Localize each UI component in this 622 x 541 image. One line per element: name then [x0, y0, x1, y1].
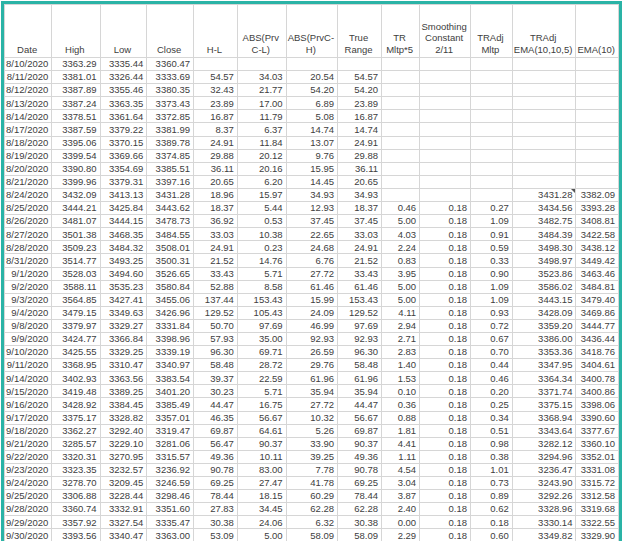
- cell[interactable]: 36.92: [193, 215, 237, 228]
- cell[interactable]: 3419.48: [52, 385, 100, 398]
- cell[interactable]: 3323.35: [52, 463, 100, 476]
- cell[interactable]: 69.87: [338, 424, 382, 437]
- cell[interactable]: 3372.85: [147, 110, 194, 123]
- cell[interactable]: [576, 175, 619, 188]
- cell[interactable]: [420, 71, 471, 84]
- cell[interactable]: 16.75: [237, 398, 286, 411]
- cell[interactable]: 61.46: [338, 280, 382, 293]
- cell[interactable]: 0.73: [471, 477, 513, 490]
- cell[interactable]: 15.97: [237, 188, 286, 201]
- cell[interactable]: 3312.58: [576, 490, 619, 503]
- cell[interactable]: 3390.80: [52, 162, 100, 175]
- cell[interactable]: 24.91: [338, 241, 382, 254]
- cell[interactable]: [512, 84, 576, 97]
- cell[interactable]: 24.91: [193, 241, 237, 254]
- cell[interactable]: 0.10: [382, 385, 420, 398]
- cell[interactable]: 11.84: [237, 136, 286, 149]
- cell[interactable]: 3339.19: [147, 346, 194, 359]
- cell[interactable]: 3426.96: [147, 306, 194, 319]
- cell[interactable]: [576, 110, 619, 123]
- cell[interactable]: 50.70: [193, 319, 237, 332]
- cell[interactable]: 18.37: [338, 202, 382, 215]
- cell[interactable]: 20.54: [286, 71, 337, 84]
- cell[interactable]: 3368.95: [52, 359, 100, 372]
- cell[interactable]: 0.18: [420, 215, 471, 228]
- cell[interactable]: 0.60: [471, 529, 513, 541]
- cell[interactable]: [471, 84, 513, 97]
- column-header[interactable]: ABS(Prv C-L): [237, 5, 286, 58]
- cell[interactable]: 3498.97: [512, 254, 576, 267]
- cell[interactable]: 14.45: [286, 175, 337, 188]
- cell[interactable]: 3434.56: [512, 202, 576, 215]
- cell[interactable]: 58.48: [338, 359, 382, 372]
- cell[interactable]: [193, 58, 237, 71]
- cell[interactable]: 3332.91: [100, 503, 147, 516]
- cell[interactable]: 0.18: [420, 463, 471, 476]
- cell[interactable]: 5.26: [286, 424, 337, 437]
- cell[interactable]: 60.29: [286, 490, 337, 503]
- cell[interactable]: 0.25: [471, 398, 513, 411]
- cell[interactable]: 0.18: [420, 332, 471, 345]
- cell[interactable]: 3469.86: [576, 306, 619, 319]
- column-header[interactable]: True Range: [338, 5, 382, 58]
- cell[interactable]: 0.18: [420, 306, 471, 319]
- cell[interactable]: 3292.40: [100, 424, 147, 437]
- cell[interactable]: 3371.74: [512, 385, 576, 398]
- cell[interactable]: [420, 123, 471, 136]
- cell[interactable]: 78.44: [193, 490, 237, 503]
- cell[interactable]: [576, 58, 619, 71]
- cell[interactable]: 0.18: [420, 228, 471, 241]
- cell[interactable]: 9/3/2020: [5, 293, 52, 306]
- cell[interactable]: 27.72: [286, 267, 337, 280]
- cell[interactable]: 3501.38: [52, 228, 100, 241]
- cell[interactable]: 36.11: [193, 162, 237, 175]
- cell[interactable]: [576, 123, 619, 136]
- cell[interactable]: 22.65: [286, 228, 337, 241]
- cell[interactable]: 8/27/2020: [5, 228, 52, 241]
- cell[interactable]: 0.18: [420, 202, 471, 215]
- cell[interactable]: 3463.46: [576, 267, 619, 280]
- cell[interactable]: 3306.88: [52, 490, 100, 503]
- cell[interactable]: [471, 136, 513, 149]
- column-header[interactable]: Date: [5, 5, 52, 58]
- cell[interactable]: 3363.35: [100, 97, 147, 110]
- cell[interactable]: 44.47: [338, 398, 382, 411]
- cell[interactable]: 96.30: [338, 346, 382, 359]
- cell[interactable]: 0.53: [237, 215, 286, 228]
- cell[interactable]: 3455.06: [147, 293, 194, 306]
- cell[interactable]: 58.09: [338, 529, 382, 541]
- cell[interactable]: 3478.73: [147, 215, 194, 228]
- cell[interactable]: 3438.12: [576, 241, 619, 254]
- cell[interactable]: 9/28/2020: [5, 503, 52, 516]
- cell[interactable]: 7.78: [286, 463, 337, 476]
- cell[interactable]: 3364.34: [512, 372, 576, 385]
- cell[interactable]: 3270.95: [100, 450, 147, 463]
- cell[interactable]: 3397.16: [147, 175, 194, 188]
- cell[interactable]: 0.23: [237, 241, 286, 254]
- cell[interactable]: 2.24: [382, 241, 420, 254]
- cell[interactable]: 1.09: [471, 280, 513, 293]
- cell[interactable]: 36.11: [338, 162, 382, 175]
- cell[interactable]: 3449.42: [576, 254, 619, 267]
- cell[interactable]: 3373.43: [147, 97, 194, 110]
- cell[interactable]: 9/29/2020: [5, 516, 52, 529]
- cell[interactable]: [338, 58, 382, 71]
- cell[interactable]: 3399.96: [52, 175, 100, 188]
- cell[interactable]: 4.11: [382, 306, 420, 319]
- cell[interactable]: 3363.56: [100, 372, 147, 385]
- cell[interactable]: 3357.92: [52, 516, 100, 529]
- cell[interactable]: 3236.47: [512, 463, 576, 476]
- cell[interactable]: 3387.89: [52, 84, 100, 97]
- cell[interactable]: 0.51: [471, 424, 513, 437]
- cell[interactable]: 20.16: [237, 162, 286, 175]
- cell[interactable]: 3393.28: [576, 202, 619, 215]
- cell[interactable]: 137.44: [193, 293, 237, 306]
- cell[interactable]: 3363.00: [147, 529, 194, 541]
- cell[interactable]: 0.20: [471, 385, 513, 398]
- cell[interactable]: 3315.57: [147, 450, 194, 463]
- cell[interactable]: 3335.47: [147, 516, 194, 529]
- cell[interactable]: 15.99: [286, 293, 337, 306]
- cell[interactable]: [471, 175, 513, 188]
- cell[interactable]: 3380.35: [147, 84, 194, 97]
- cell[interactable]: 3428.09: [512, 306, 576, 319]
